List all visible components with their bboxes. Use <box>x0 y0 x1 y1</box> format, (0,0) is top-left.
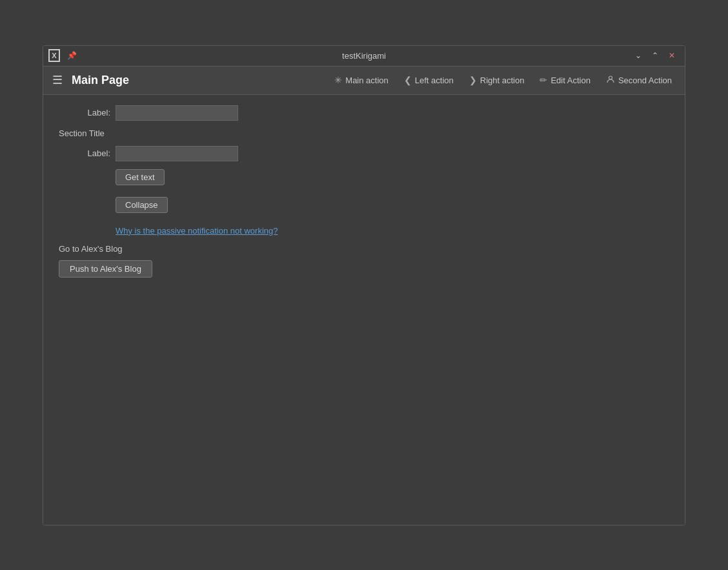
page-title: Main Page <box>72 74 129 87</box>
toolbar: ☰ Main Page ✳ Main action ❮ Left action … <box>43 66 685 95</box>
second-action-label: Second Action <box>618 76 672 85</box>
title-bar-controls: ⌄ ⌃ ✕ <box>631 48 680 63</box>
maximize-button[interactable]: ⌃ <box>647 48 663 63</box>
label2-text: Label: <box>59 148 110 158</box>
main-window: X 📌 testKirigami ⌄ ⌃ ✕ ☰ Main Page <box>43 45 685 525</box>
push-to-blog-button[interactable]: Push to Alex's Blog <box>59 260 152 278</box>
second-action-button[interactable]: Second Action <box>598 71 680 90</box>
second-action-icon <box>606 75 615 86</box>
svg-point-0 <box>609 76 612 79</box>
edit-action-label: Edit Action <box>551 76 590 85</box>
toolbar-left: ☰ Main Page <box>48 70 129 90</box>
minimize-button[interactable]: ⌄ <box>631 48 646 63</box>
window-title: testKirigami <box>342 51 386 61</box>
close-button[interactable]: ✕ <box>664 48 680 63</box>
label1-text: Label: <box>59 108 110 117</box>
main-action-label: Main action <box>345 76 388 85</box>
right-action-icon: ❯ <box>469 75 477 85</box>
x-icon: X <box>48 49 60 62</box>
main-action-button[interactable]: ✳ Main action <box>327 71 396 89</box>
label1-input[interactable] <box>116 105 238 121</box>
blog-section-title: Go to Alex's Blog <box>59 244 669 254</box>
right-action-button[interactable]: ❯ Right action <box>461 71 532 89</box>
chevron-up-icon: ⌃ <box>652 51 658 60</box>
get-text-button[interactable]: Get text <box>116 169 165 185</box>
right-action-label: Right action <box>480 76 525 85</box>
collapse-row: Collapse <box>116 197 669 219</box>
chevron-down-icon: ⌄ <box>635 51 642 60</box>
hamburger-icon: ☰ <box>52 73 63 87</box>
title-bar: X 📌 testKirigami ⌄ ⌃ ✕ <box>43 46 685 66</box>
section-title-text: Section Title <box>59 128 116 138</box>
blog-section: Go to Alex's Blog Push to Alex's Blog <box>59 244 669 278</box>
left-action-icon: ❮ <box>404 75 412 85</box>
edit-action-button[interactable]: ✏ Edit Action <box>532 71 598 89</box>
section-title-row: Section Title <box>59 128 669 138</box>
title-bar-left: X 📌 <box>48 48 79 63</box>
toolbar-actions: ✳ Main action ❮ Left action ❯ Right acti… <box>327 71 680 90</box>
hamburger-button[interactable]: ☰ <box>48 70 66 90</box>
get-text-row: Get text <box>116 169 669 192</box>
content-area: Label: Section Title Label: Get text Col… <box>43 95 685 525</box>
notification-link-row: Why is the passive notification not work… <box>59 225 669 236</box>
main-action-icon: ✳ <box>334 75 342 85</box>
label1-row: Label: <box>59 105 669 121</box>
app-icon: X <box>48 50 60 61</box>
left-action-label: Left action <box>415 76 454 85</box>
label2-input[interactable] <box>116 146 238 161</box>
left-action-button[interactable]: ❮ Left action <box>396 71 461 89</box>
edit-action-icon: ✏ <box>540 75 547 85</box>
notification-link[interactable]: Why is the passive notification not work… <box>116 226 278 236</box>
label2-row: Label: <box>59 146 669 161</box>
collapse-button[interactable]: Collapse <box>116 197 168 213</box>
close-icon: ✕ <box>669 51 675 60</box>
pin-button[interactable]: 📌 <box>64 48 79 63</box>
